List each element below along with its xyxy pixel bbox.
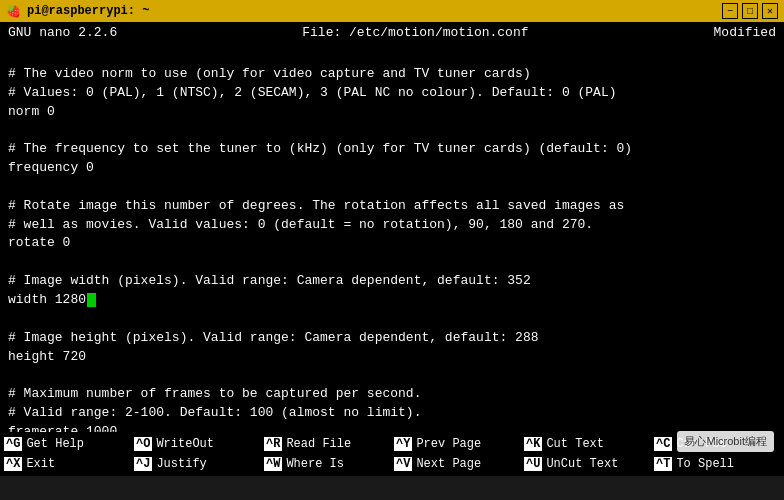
- editor-line: [8, 178, 776, 197]
- key-gethelp: ^G: [4, 437, 22, 451]
- editor-line: [8, 310, 776, 329]
- key-curpos: ^C: [654, 437, 672, 451]
- editor-line: # Image height (pixels). Valid range: Ca…: [8, 329, 776, 348]
- title-bar: 🍓 pi@raspberrypi: ~ − □ ✕: [0, 0, 784, 22]
- label-writeout: WriteOut: [156, 437, 214, 451]
- label-whereis: Where Is: [286, 457, 344, 471]
- label-curpos: Cur Pos: [676, 437, 726, 451]
- close-button[interactable]: ✕: [762, 3, 778, 19]
- editor-line: [8, 253, 776, 272]
- key-tospell: ^T: [654, 457, 672, 471]
- key-prevpage: ^Y: [394, 437, 412, 451]
- footer-cmd-exit[interactable]: ^X Exit: [0, 457, 130, 471]
- label-readfile: Read File: [286, 437, 351, 451]
- key-nextpage: ^V: [394, 457, 412, 471]
- editor-line: # Values: 0 (PAL), 1 (NTSC), 2 (SECAM), …: [8, 84, 776, 103]
- nano-file: File: /etc/motion/motion.conf: [302, 25, 528, 40]
- label-exit: Exit: [26, 457, 55, 471]
- editor-line: height 720: [8, 348, 776, 367]
- footer-cmd-cuttext[interactable]: ^K Cut Text: [520, 437, 650, 451]
- nano-status: Modified: [714, 25, 776, 40]
- editor-line: # well as movies. Valid values: 0 (defau…: [8, 216, 776, 235]
- footer-cmd-uncuttext[interactable]: ^U UnCut Text: [520, 457, 650, 471]
- label-justify: Justify: [156, 457, 206, 471]
- nano-header: GNU nano 2.2.6 File: /etc/motion/motion.…: [0, 22, 784, 42]
- nano-footer: ^G Get Help ^O WriteOut ^R Read File ^Y …: [0, 432, 784, 476]
- key-exit: ^X: [4, 457, 22, 471]
- title-bar-controls: − □ ✕: [722, 3, 778, 19]
- footer-cmd-justify[interactable]: ^J Justify: [130, 457, 260, 471]
- footer-cmd-gethelp[interactable]: ^G Get Help: [0, 437, 130, 451]
- key-whereis: ^W: [264, 457, 282, 471]
- footer-cmd-prevpage[interactable]: ^Y Prev Page: [390, 437, 520, 451]
- editor-line: [8, 46, 776, 65]
- editor-line: rotate 0: [8, 234, 776, 253]
- footer-cmd-nextpage[interactable]: ^V Next Page: [390, 457, 520, 471]
- label-tospell: To Spell: [676, 457, 734, 471]
- footer-row-1: ^G Get Help ^O WriteOut ^R Read File ^Y …: [0, 437, 784, 451]
- cursor: [87, 293, 96, 307]
- editor-line: # Maximum number of frames to be capture…: [8, 385, 776, 404]
- editor-line: # Rotate image this number of degrees. T…: [8, 197, 776, 216]
- editor-line: # Image width (pixels). Valid range: Cam…: [8, 272, 776, 291]
- footer-cmd-curpos[interactable]: ^C Cur Pos: [650, 437, 780, 451]
- editor-line: framerate 1000: [8, 423, 776, 432]
- editor-line: # The frequency to set the tuner to (kHz…: [8, 140, 776, 159]
- editor-line: width 1280: [8, 291, 776, 310]
- label-gethelp: Get Help: [26, 437, 84, 451]
- nano-version: GNU nano 2.2.6: [8, 25, 117, 40]
- label-cuttext: Cut Text: [546, 437, 604, 451]
- footer-cmd-writeout[interactable]: ^O WriteOut: [130, 437, 260, 451]
- key-justify: ^J: [134, 457, 152, 471]
- label-uncuttext: UnCut Text: [546, 457, 618, 471]
- footer-cmd-readfile[interactable]: ^R Read File: [260, 437, 390, 451]
- terminal-icon: 🍓: [6, 4, 21, 19]
- editor-area[interactable]: # The video norm to use (only for video …: [0, 42, 784, 432]
- editor-line: [8, 121, 776, 140]
- title-text: pi@raspberrypi: ~: [27, 4, 149, 18]
- editor-line: frequency 0: [8, 159, 776, 178]
- key-uncuttext: ^U: [524, 457, 542, 471]
- minimize-button[interactable]: −: [722, 3, 738, 19]
- label-prevpage: Prev Page: [416, 437, 481, 451]
- editor-line: norm 0: [8, 103, 776, 122]
- footer-row-2: ^X Exit ^J Justify ^W Where Is ^V Next P…: [0, 457, 784, 471]
- key-readfile: ^R: [264, 437, 282, 451]
- maximize-button[interactable]: □: [742, 3, 758, 19]
- key-cuttext: ^K: [524, 437, 542, 451]
- editor-line: # The video norm to use (only for video …: [8, 65, 776, 84]
- title-bar-left: 🍓 pi@raspberrypi: ~: [6, 4, 149, 19]
- editor-line: # Valid range: 2-100. Default: 100 (almo…: [8, 404, 776, 423]
- key-writeout: ^O: [134, 437, 152, 451]
- label-nextpage: Next Page: [416, 457, 481, 471]
- footer-cmd-whereis[interactable]: ^W Where Is: [260, 457, 390, 471]
- footer-cmd-tospell[interactable]: ^T To Spell: [650, 457, 780, 471]
- editor-line: [8, 366, 776, 385]
